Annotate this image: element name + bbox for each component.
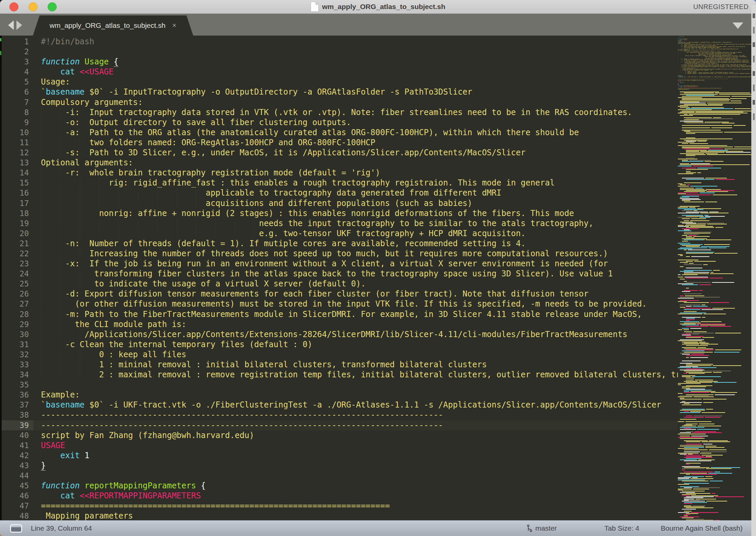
code-line[interactable]: 40script by Fan Zhang (fzhang@bwh.harvar… xyxy=(0,430,678,440)
editor-area: 1#!/bin/bash23function Usage {4 cat <<US… xyxy=(0,36,756,520)
status-right: master Tab Size: 4 Bourne Again Shell (b… xyxy=(527,524,756,532)
tab-bar: wm_apply_ORG_atlas_to_subject.sh × xyxy=(0,14,756,36)
code-line[interactable]: 38--------------------------------------… xyxy=(0,410,678,420)
code-line[interactable]: 43} xyxy=(0,461,678,471)
tab-close-icon[interactable]: × xyxy=(172,22,176,29)
title-bar[interactable]: wm_apply_ORG_atlas_to_subject.sh UNREGIS… xyxy=(0,0,756,14)
background-terminal-sliver xyxy=(0,36,2,520)
code-line[interactable]: 22 Increasing the number of threads does… xyxy=(0,249,678,259)
code-line[interactable]: 8 -i: Input tractography data stored in … xyxy=(0,107,678,117)
code-line[interactable]: 7Compulsory arguments: xyxy=(0,97,678,107)
code-line[interactable]: 30 /Applications/Slicer.app/Contents/Ext… xyxy=(0,329,678,339)
panel-toggle-icon[interactable] xyxy=(10,524,22,533)
code-line[interactable]: 34 2 : maximal removal : remove registra… xyxy=(0,370,678,380)
tab-label: wm_apply_ORG_atlas_to_subject.sh xyxy=(50,21,166,30)
code-line[interactable]: 16 applicable to tractography data gener… xyxy=(0,188,678,198)
code-line[interactable]: 31 -c Clean the internal temporary files… xyxy=(0,339,678,350)
code-line[interactable]: 10 -a: Path to the ORG atlas (the anatom… xyxy=(0,127,678,138)
code-line[interactable]: 32 0 : keep all files xyxy=(0,350,678,360)
code-line[interactable]: 6`basename $0` -i InputTractography -o O… xyxy=(0,87,678,97)
background-window-strip xyxy=(751,5,756,536)
code-line[interactable]: 35 xyxy=(0,380,678,390)
code-line[interactable]: 36Example: xyxy=(0,390,678,400)
code-line[interactable]: 17 acquisitions and different population… xyxy=(0,198,678,208)
code-line[interactable]: 5Usage: xyxy=(0,77,678,87)
code-line[interactable]: 12 -s: Path to 3D Slicer, e.g., under Ma… xyxy=(0,148,678,158)
next-tab-icon[interactable] xyxy=(16,20,22,30)
code-line[interactable]: 20 e.g. two-tensor UKF tractography + HC… xyxy=(0,228,678,238)
window-title: wm_apply_ORG_atlas_to_subject.sh xyxy=(322,3,445,11)
code-line[interactable]: 14 -r: whole brain tractography registra… xyxy=(0,168,678,178)
code-line[interactable]: 25 to indicate the usage of a virtual X … xyxy=(0,279,678,289)
code-line[interactable]: 15 rig: rigid_affine_fast : this enables… xyxy=(0,178,678,188)
status-bar: Line 39, Column 64 master Tab Size: 4 Bo… xyxy=(0,520,756,536)
code-line[interactable]: 27 (or other diffusion measurements) mus… xyxy=(0,299,678,309)
code-line[interactable]: 2 xyxy=(0,47,678,57)
close-window-button[interactable] xyxy=(9,2,18,11)
code-line[interactable]: 41USAGE xyxy=(0,440,678,450)
prev-tab-icon[interactable] xyxy=(8,20,14,30)
code-line[interactable]: 33 1 : mininal removal : initial bilater… xyxy=(0,360,678,370)
code-line[interactable]: 9 -o: Output directory to save all fiber… xyxy=(0,117,678,127)
traffic-lights xyxy=(9,2,57,11)
code-pane[interactable]: 1#!/bin/bash23function Usage {4 cat <<US… xyxy=(0,36,678,520)
code-line[interactable]: 47======================================… xyxy=(0,501,678,511)
status-left: Line 39, Column 64 xyxy=(10,524,92,533)
git-branch-status[interactable]: master xyxy=(527,524,557,532)
code-line[interactable]: 4 cat <<USAGE xyxy=(0,67,678,77)
code-line[interactable]: 48 Mapping parameters xyxy=(0,511,678,520)
code-line[interactable]: 1#!/bin/bash xyxy=(0,37,678,47)
code-line[interactable]: 46 cat <<REPORTMAPPINGPARAMETERS xyxy=(0,491,678,501)
code-line[interactable]: 23 -x: If the job is being run in an env… xyxy=(0,259,678,269)
tab-nav-arrows xyxy=(8,20,22,30)
code-line[interactable]: 42 exit 1 xyxy=(0,450,678,461)
code-line[interactable]: 18 nonrig: affine + nonrigid (2 stages) … xyxy=(0,208,678,218)
git-branch-icon xyxy=(527,524,533,532)
code-line[interactable]: 37`basename $0` -i UKF-tract.vtk -o ./Fi… xyxy=(0,400,678,410)
minimap[interactable]: #!/bin/bashfunction Usage { cat <<USAGEU… xyxy=(678,36,756,520)
code-line[interactable]: 24 transforming fiber clusters in the at… xyxy=(0,269,678,279)
code-line[interactable]: 11 two folders named: ORG-RegAtlas-100HC… xyxy=(0,138,678,148)
tab-active[interactable]: wm_apply_ORG_atlas_to_subject.sh × xyxy=(33,15,193,36)
window-title-group: wm_apply_ORG_atlas_to_subject.sh xyxy=(311,0,445,13)
sublime-window: wm_apply_ORG_atlas_to_subject.sh UNREGIS… xyxy=(0,0,756,536)
git-branch-label: master xyxy=(535,524,557,532)
code-line[interactable]: 28 -m: Path to the FiberTractMeasurement… xyxy=(0,309,678,319)
code-line[interactable]: 39--------------------------------------… xyxy=(0,420,678,430)
code-line[interactable]: 3function Usage { xyxy=(0,57,678,67)
tab-size-indicator[interactable]: Tab Size: 4 xyxy=(604,524,639,532)
syntax-indicator[interactable]: Bourne Again Shell (bash) xyxy=(661,524,743,532)
code-line[interactable]: 21 -n: Number of threads (default = 1). … xyxy=(0,238,678,249)
code-line[interactable]: 45function reportMappingParameters { xyxy=(0,481,678,491)
minimize-window-button[interactable] xyxy=(29,2,38,11)
zoom-window-button[interactable] xyxy=(48,2,57,11)
tab-overflow-dropdown-icon[interactable] xyxy=(733,22,743,29)
code-line[interactable]: 29 the CLI module path is: xyxy=(0,319,678,329)
code-line[interactable]: 26 -d: Export diffusion tensor measureme… xyxy=(0,289,678,299)
unregistered-badge: UNREGISTERED xyxy=(693,3,749,11)
code-line[interactable]: 13Optional arguments: xyxy=(0,158,678,168)
code-line[interactable]: 44 xyxy=(0,471,678,481)
document-icon xyxy=(311,2,319,12)
cursor-position: Line 39, Column 64 xyxy=(31,524,92,532)
code-line[interactable]: 19 needs the input tractography to be si… xyxy=(0,218,678,228)
